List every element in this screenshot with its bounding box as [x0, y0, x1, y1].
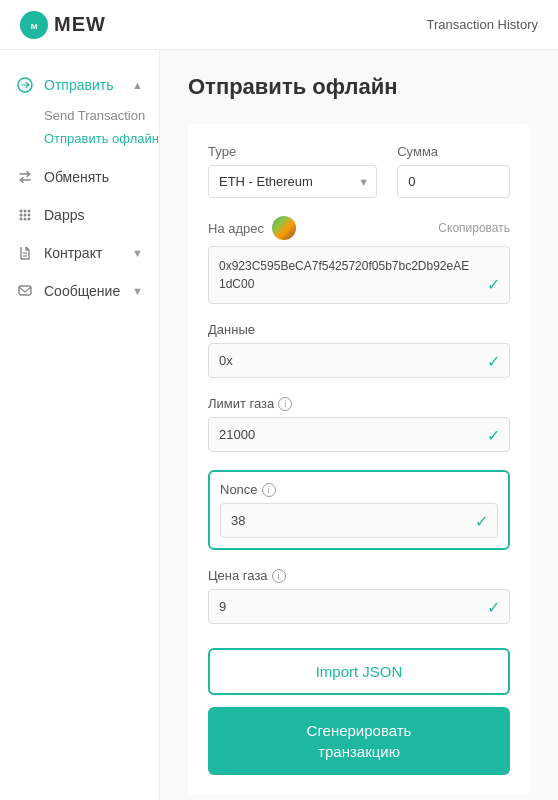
- svg-point-3: [20, 210, 23, 213]
- svg-text:M: M: [31, 22, 38, 31]
- nonce-input[interactable]: [220, 503, 498, 538]
- data-check-icon: ✓: [487, 351, 500, 370]
- gas-limit-label: Лимит газа i: [208, 396, 510, 411]
- svg-point-6: [20, 214, 23, 217]
- sidebar-label-dapps: Dapps: [44, 207, 84, 223]
- svg-point-4: [24, 210, 27, 213]
- import-json-button[interactable]: Import JSON: [208, 648, 510, 695]
- form-section: Type ETH - Ethereum ▼ Сумма: [188, 124, 530, 795]
- nonce-label: Nonce i: [220, 482, 498, 497]
- main-layout: Отправить ▲ Send Transaction Отправить о…: [0, 50, 558, 800]
- sidebar-label-message: Сообщение: [44, 283, 120, 299]
- svg-point-7: [24, 214, 27, 217]
- gas-price-info-icon[interactable]: i: [272, 569, 286, 583]
- sidebar-label-exchange: Обменять: [44, 169, 109, 185]
- sidebar-label-send: Отправить: [44, 77, 113, 93]
- nonce-box: Nonce i ✓: [208, 470, 510, 550]
- transaction-history-link[interactable]: Transaction History: [427, 17, 539, 32]
- svg-point-8: [28, 214, 31, 217]
- gas-limit-check-icon: ✓: [487, 425, 500, 444]
- sidebar-item-message[interactable]: Сообщение ▼: [0, 272, 159, 310]
- sidebar-item-exchange[interactable]: Обменять: [0, 158, 159, 196]
- send-icon: [16, 76, 34, 94]
- gas-limit-field: Лимит газа i ✓: [208, 396, 510, 452]
- dapps-icon: [16, 206, 34, 224]
- sidebar: Отправить ▲ Send Transaction Отправить о…: [0, 50, 160, 800]
- gas-limit-input-wrapper: ✓: [208, 417, 510, 452]
- gas-limit-input[interactable]: [208, 417, 510, 452]
- logo: M MEW: [20, 11, 106, 39]
- chevron-down-message-icon: ▼: [132, 285, 143, 297]
- data-label: Данные: [208, 322, 510, 337]
- type-field-group: Type ETH - Ethereum ▼: [208, 144, 377, 198]
- sidebar-item-contract[interactable]: Контракт ▼: [0, 234, 159, 272]
- address-label-row: На адрес Скопировать: [208, 216, 510, 240]
- sidebar-item-send-offline[interactable]: Отправить офлайн: [44, 127, 159, 150]
- svg-point-5: [28, 210, 31, 213]
- type-label: Type: [208, 144, 377, 159]
- sidebar-item-send-transaction[interactable]: Send Transaction: [44, 104, 159, 127]
- header: M MEW Transaction History: [0, 0, 558, 50]
- gas-limit-info-icon[interactable]: i: [278, 397, 292, 411]
- amount-label: Сумма: [397, 144, 510, 159]
- gas-price-field: Цена газа i ✓: [208, 568, 510, 624]
- page-title: Отправить офлайн: [188, 74, 530, 100]
- amount-input[interactable]: [397, 165, 510, 198]
- type-amount-row: Type ETH - Ethereum ▼ Сумма: [208, 144, 510, 198]
- svg-point-11: [28, 218, 31, 221]
- nonce-info-icon[interactable]: i: [262, 483, 276, 497]
- gas-price-label: Цена газа i: [208, 568, 510, 583]
- nonce-check-icon: ✓: [475, 511, 488, 530]
- copy-button[interactable]: Скопировать: [438, 221, 510, 235]
- address-display: 0x923C595BeCA7f5425720f05b7bc2Db92eAE1dC…: [208, 246, 510, 304]
- sidebar-label-contract: Контракт: [44, 245, 102, 261]
- message-icon: [16, 282, 34, 300]
- svg-point-9: [20, 218, 23, 221]
- address-row: На адрес Скопировать 0x923C595BeCA7f5425…: [208, 216, 510, 304]
- gas-price-input[interactable]: [208, 589, 510, 624]
- svg-rect-14: [19, 286, 31, 295]
- logo-text: MEW: [54, 13, 106, 36]
- svg-point-10: [24, 218, 27, 221]
- address-label: На адрес: [208, 221, 264, 236]
- chevron-down-contract-icon: ▼: [132, 247, 143, 259]
- data-input[interactable]: [208, 343, 510, 378]
- sidebar-item-send[interactable]: Отправить ▲: [0, 66, 159, 104]
- data-input-wrapper: ✓: [208, 343, 510, 378]
- type-select-wrapper: ETH - Ethereum ▼: [208, 165, 377, 198]
- data-field: Данные ✓: [208, 322, 510, 378]
- chevron-up-icon: ▲: [132, 79, 143, 91]
- content-area: Отправить офлайн Type ETH - Ethereum ▼ С…: [160, 50, 558, 800]
- address-textarea-wrapper: 0x923C595BeCA7f5425720f05b7bc2Db92eAE1dC…: [208, 246, 510, 304]
- buttons-row: Import JSON Сгенерировать транзакцию: [208, 648, 510, 775]
- avatar: [272, 216, 296, 240]
- gas-price-check-icon: ✓: [487, 597, 500, 616]
- amount-field-group: Сумма: [397, 144, 510, 198]
- mew-logo-icon: M: [20, 11, 48, 39]
- sidebar-item-dapps[interactable]: Dapps: [0, 196, 159, 234]
- sidebar-sub-send: Send Transaction Отправить офлайн: [0, 104, 159, 158]
- type-select[interactable]: ETH - Ethereum: [208, 165, 377, 198]
- nonce-input-wrapper: ✓: [220, 503, 498, 538]
- address-check-icon: ✓: [487, 275, 500, 294]
- exchange-icon: [16, 168, 34, 186]
- gas-price-input-wrapper: ✓: [208, 589, 510, 624]
- generate-transaction-button[interactable]: Сгенерировать транзакцию: [208, 707, 510, 775]
- address-label-left: На адрес: [208, 216, 296, 240]
- contract-icon: [16, 244, 34, 262]
